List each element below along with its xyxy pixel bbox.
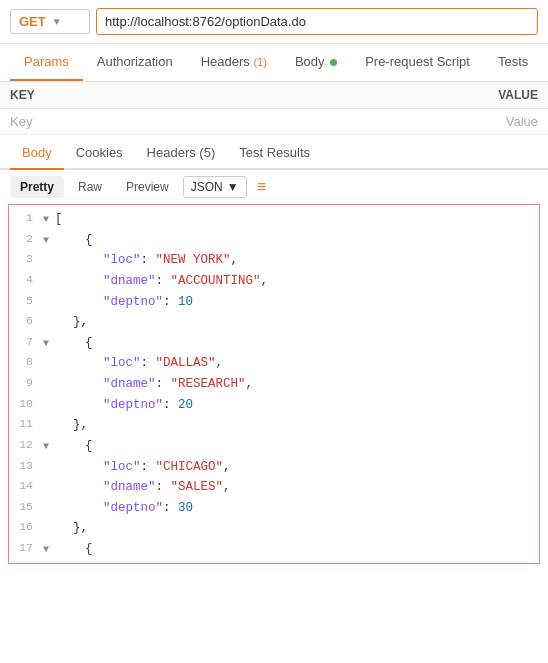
json-value: 20	[178, 398, 193, 412]
line-number: 12	[15, 436, 43, 457]
line-number: 13	[15, 457, 43, 478]
line-number: 14	[15, 477, 43, 498]
json-value: "RESEARCH"	[171, 377, 246, 391]
tab-pre-request[interactable]: Pre-request Script	[351, 44, 484, 81]
line-number: 5	[15, 292, 43, 313]
tab-headers[interactable]: Headers (1)	[187, 44, 281, 81]
json-value: "ACCOUNTING"	[171, 274, 261, 288]
line-content: ▼ {	[43, 230, 533, 251]
json-line: 13 "loc": "CHICAGO",	[9, 457, 539, 478]
json-line: 7▼ {	[9, 333, 539, 354]
line-number: 2	[15, 230, 43, 251]
json-line: 1▼ [	[9, 209, 539, 230]
url-input[interactable]	[96, 8, 538, 35]
wrap-icon[interactable]: ≡	[257, 178, 266, 196]
line-number: 1	[15, 209, 43, 230]
line-number: 17	[15, 539, 43, 560]
resp-tab-cookies[interactable]: Cookies	[64, 137, 135, 170]
collapse-arrow[interactable]: ▼	[43, 338, 55, 349]
line-content: "dname": "ACCOUNTING",	[43, 271, 533, 292]
json-line: 17▼ {	[9, 539, 539, 560]
json-line: 18 "loc": "BOSTON",	[9, 560, 539, 564]
format-select[interactable]: JSON ▼	[183, 176, 247, 198]
json-line: 14 "dname": "SALES",	[9, 477, 539, 498]
params-key-header: KEY	[0, 82, 274, 109]
line-content: "loc": "DALLAS",	[43, 353, 533, 374]
json-line: 8 "loc": "DALLAS",	[9, 353, 539, 374]
json-viewer: 1▼ [2▼ {3 "loc": "NEW YORK",4 "dname": "…	[8, 204, 540, 564]
method-text: GET	[19, 14, 46, 29]
collapse-arrow[interactable]: ▼	[43, 235, 55, 246]
collapse-arrow[interactable]: ▼	[43, 441, 55, 452]
tab-authorization[interactable]: Authorization	[83, 44, 187, 81]
line-content: "deptno": 10	[43, 292, 533, 313]
json-line: 9 "dname": "RESEARCH",	[9, 374, 539, 395]
preview-button[interactable]: Preview	[116, 176, 179, 198]
json-line: 10 "deptno": 20	[9, 395, 539, 416]
json-value: "BOSTON"	[156, 563, 216, 564]
line-number: 15	[15, 498, 43, 519]
json-key: "loc"	[103, 460, 141, 474]
line-content: "deptno": 30	[43, 498, 533, 519]
json-value: "CHICAGO"	[156, 460, 224, 474]
json-key: "deptno"	[103, 501, 163, 515]
format-chevron-icon: ▼	[227, 180, 239, 194]
collapse-arrow[interactable]: ▼	[43, 214, 55, 225]
method-chevron-icon: ▼	[52, 16, 62, 27]
line-content: },	[43, 518, 533, 539]
line-number: 6	[15, 312, 43, 333]
tab-tests[interactable]: Tests	[484, 44, 542, 81]
line-content: ▼ {	[43, 436, 533, 457]
json-key: "deptno"	[103, 398, 163, 412]
json-line: 4 "dname": "ACCOUNTING",	[9, 271, 539, 292]
json-line: 16 },	[9, 518, 539, 539]
json-value: 10	[178, 295, 193, 309]
json-line: 12▼ {	[9, 436, 539, 457]
line-content: "dname": "SALES",	[43, 477, 533, 498]
format-label: JSON	[191, 180, 223, 194]
json-key: "loc"	[103, 253, 141, 267]
json-value: "DALLAS"	[156, 356, 216, 370]
line-number: 3	[15, 250, 43, 271]
json-key: "dname"	[103, 480, 156, 494]
response-toolbar: Pretty Raw Preview JSON ▼ ≡	[0, 170, 548, 204]
params-key-input[interactable]: Key	[0, 109, 274, 135]
resp-tab-body[interactable]: Body	[10, 137, 64, 170]
line-number: 10	[15, 395, 43, 416]
params-row: Key Value	[0, 109, 548, 135]
json-line: 6 },	[9, 312, 539, 333]
line-number: 16	[15, 518, 43, 539]
params-value-input[interactable]: Value	[274, 109, 548, 135]
json-value: "NEW YORK"	[156, 253, 231, 267]
json-key: "dname"	[103, 274, 156, 288]
line-number: 18	[15, 560, 43, 564]
line-content: "loc": "BOSTON",	[43, 560, 533, 564]
line-number: 9	[15, 374, 43, 395]
raw-button[interactable]: Raw	[68, 176, 112, 198]
json-line: 11 },	[9, 415, 539, 436]
tab-body[interactable]: Body	[281, 44, 351, 81]
line-content: "deptno": 20	[43, 395, 533, 416]
json-value: "SALES"	[171, 480, 224, 494]
line-number: 11	[15, 415, 43, 436]
json-value: 30	[178, 501, 193, 515]
line-number: 7	[15, 333, 43, 354]
line-content: "loc": "CHICAGO",	[43, 457, 533, 478]
json-line: 2▼ {	[9, 230, 539, 251]
resp-tab-headers[interactable]: Headers (5)	[135, 137, 228, 170]
json-key: "loc"	[103, 563, 141, 564]
params-value-header: VALUE	[274, 82, 548, 109]
body-dot-icon	[330, 59, 337, 66]
tab-params[interactable]: Params	[10, 44, 83, 81]
json-key: "deptno"	[103, 295, 163, 309]
resp-tab-test-results[interactable]: Test Results	[227, 137, 322, 170]
json-line: 15 "deptno": 30	[9, 498, 539, 519]
pretty-button[interactable]: Pretty	[10, 176, 64, 198]
line-content: "loc": "NEW YORK",	[43, 250, 533, 271]
collapse-arrow[interactable]: ▼	[43, 544, 55, 555]
request-tabs: Params Authorization Headers (1) Body Pr…	[0, 44, 548, 82]
line-content: },	[43, 312, 533, 333]
line-content: "dname": "RESEARCH",	[43, 374, 533, 395]
method-select[interactable]: GET ▼	[10, 9, 90, 34]
json-key: "dname"	[103, 377, 156, 391]
